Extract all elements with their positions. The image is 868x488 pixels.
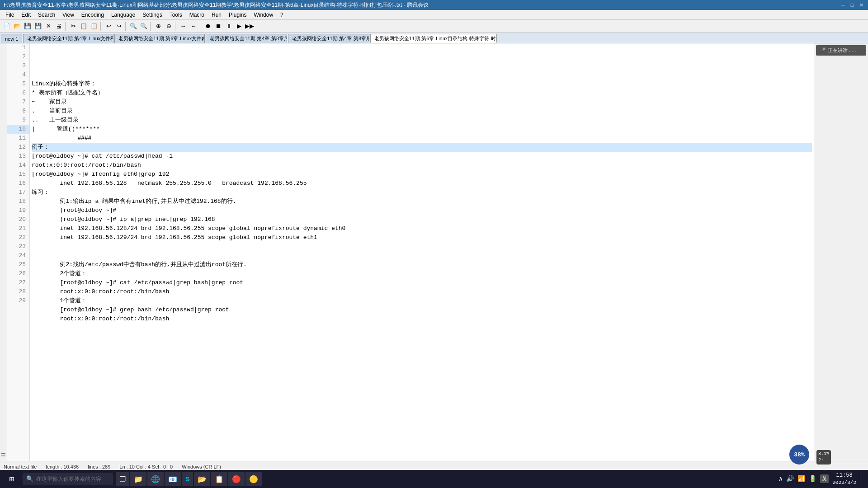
line-number-8: 8 bbox=[7, 107, 29, 116]
tb-unindent[interactable]: ← bbox=[189, 21, 198, 31]
tb-stop[interactable]: ⏹ bbox=[213, 21, 223, 31]
menu-run[interactable]: Run bbox=[208, 11, 225, 19]
tb-zoom-out[interactable]: ⊖ bbox=[164, 21, 174, 31]
input-lang-indicator[interactable]: 英 bbox=[820, 474, 829, 483]
line-number-22: 22 bbox=[7, 233, 29, 242]
tab-file1[interactable]: 老男孩网络安全11期-第4章-Linux文件和目录权知识与命令实试 txt bbox=[23, 34, 113, 43]
tab-file3[interactable]: 老男孩网络安全11期-第4章-第8章后-试题和答案策 txt bbox=[206, 34, 287, 43]
editor-area: ☰ 12345678910111213141516171819202122232… bbox=[0, 43, 868, 461]
menu-macro[interactable]: Macro bbox=[186, 11, 208, 19]
tb-save-all[interactable]: 💾 bbox=[33, 21, 43, 31]
mic-icon: 🎤 bbox=[820, 47, 826, 53]
code-line-24: 2个管道： bbox=[32, 269, 812, 278]
line-number-1: 1 bbox=[7, 43, 29, 52]
speaking-label: 正在讲话... bbox=[828, 47, 857, 54]
tb-new[interactable]: 📄 bbox=[2, 21, 12, 31]
menu-help[interactable]: ? bbox=[277, 11, 287, 19]
line-number-23: 23 bbox=[7, 242, 29, 251]
tray-icon-network[interactable]: 🔊 bbox=[786, 475, 794, 483]
tb-sep-4 bbox=[150, 22, 152, 31]
start-button[interactable]: ⊞ bbox=[2, 472, 22, 486]
taskbar-edge[interactable]: 🌐 bbox=[147, 472, 164, 486]
code-line-16: 例1:输出ip a 结果中含有inet的行,并且从中过滤192.168的行. bbox=[32, 197, 812, 206]
line-number-4: 4 bbox=[7, 70, 29, 80]
menu-window[interactable]: Window bbox=[250, 11, 277, 19]
taskbar-file-explorer[interactable]: 📁 bbox=[130, 472, 146, 486]
code-line-7: .. 上一级目录 bbox=[32, 116, 812, 125]
line-number-17: 17 bbox=[7, 188, 29, 197]
tb-zoom-in[interactable]: ⊕ bbox=[153, 21, 163, 31]
tb-redo[interactable]: ↪ bbox=[114, 21, 124, 31]
taskbar-apps: ❐ 📁 🌐 📧 S 📂 📋 🔴 🟡 bbox=[116, 472, 262, 486]
taskbar-app9[interactable]: 🟡 bbox=[245, 472, 262, 486]
tb-undo[interactable]: ↩ bbox=[104, 21, 113, 31]
tab-file4[interactable]: 老男孩网络安全11期-第4章-第8章后-试题和答案策 txt bbox=[288, 34, 369, 43]
system-clock[interactable]: 11:58 2022/3/2 bbox=[832, 472, 856, 486]
code-line-3: Linux的核心特殊字符： bbox=[32, 80, 812, 89]
show-desktop[interactable] bbox=[860, 473, 863, 485]
tb-find[interactable]: 🔍 bbox=[128, 21, 138, 31]
code-line-11: [root@oldboy ~]# cat /etc/passwd|head -1 bbox=[32, 152, 812, 161]
line-number-15: 15 bbox=[7, 170, 29, 179]
tab-new1[interactable]: new 1 bbox=[1, 34, 22, 43]
menu-settings[interactable]: Settings bbox=[139, 11, 165, 19]
line-number-12: 12 bbox=[7, 143, 29, 152]
speaking-indicator: 🎤 正在讲话... bbox=[816, 45, 866, 56]
tb-replace[interactable]: 🔍 bbox=[139, 21, 149, 31]
maximize-button[interactable]: □ bbox=[849, 2, 855, 8]
left-gutter: ☰ bbox=[0, 43, 7, 461]
menu-search[interactable]: Search bbox=[34, 11, 59, 19]
tb-indent[interactable]: → bbox=[178, 21, 188, 31]
menu-file[interactable]: File bbox=[2, 11, 18, 19]
line-number-25: 25 bbox=[7, 260, 29, 269]
menu-tools[interactable]: Tools bbox=[166, 11, 186, 19]
taskbar-app-s[interactable]: S bbox=[182, 472, 193, 486]
status-filetype: Normal text file bbox=[4, 464, 37, 469]
tb-paste[interactable]: 📋 bbox=[89, 21, 99, 31]
code-line-19: inet 192.168.56.128/24 brd 192.168.56.25… bbox=[32, 224, 812, 233]
menu-plugins[interactable]: Plugins bbox=[225, 11, 250, 19]
line-number-14: 14 bbox=[7, 161, 29, 170]
close-button[interactable]: ✕ bbox=[858, 2, 864, 8]
editor-content[interactable]: Linux的核心特殊字符：* 表示所有（匹配文件名）~ 家目录. 当前目录.. … bbox=[30, 43, 814, 461]
minimize-button[interactable]: ─ bbox=[840, 2, 846, 8]
title-text: F:\老男孩教育安全11-教学\老男孩网络安全11期-Linux和网络基础部分\… bbox=[4, 1, 840, 9]
clock-date: 2022/3/2 bbox=[832, 479, 856, 486]
taskbar-search[interactable]: 🔍 bbox=[23, 473, 113, 485]
tb-save[interactable]: 💾 bbox=[23, 21, 33, 31]
tb-open[interactable]: 📂 bbox=[12, 21, 22, 31]
line-number-19: 19 bbox=[7, 206, 29, 215]
code-line-28: [root@oldboy ~]# grep bash /etc/passwd|g… bbox=[32, 305, 812, 314]
tb-copy[interactable]: 📋 bbox=[79, 21, 89, 31]
taskbar-task-view[interactable]: ❐ bbox=[116, 472, 129, 486]
percent-badge: 38% bbox=[789, 445, 809, 465]
windows-icon: ⊞ bbox=[9, 474, 14, 484]
tab-file2[interactable]: 老男孩网络安全11期-第6章-Linux文件内容查看和剪辑 txt bbox=[114, 34, 205, 43]
taskbar-clipboard[interactable]: 📋 bbox=[211, 472, 227, 486]
search-icon: 🔍 bbox=[26, 475, 33, 483]
tb-pause[interactable]: ⏸ bbox=[224, 21, 234, 31]
menu-edit[interactable]: Edit bbox=[18, 11, 34, 19]
tb-close[interactable]: ✕ bbox=[43, 21, 53, 31]
code-line-5: ~ 家目录 bbox=[32, 98, 812, 107]
menu-encoding[interactable]: Encoding bbox=[78, 11, 108, 19]
tray-icon-chevron[interactable]: ∧ bbox=[779, 475, 783, 483]
tb-run-macro[interactable]: ▶▶ bbox=[245, 21, 255, 31]
tb-record[interactable]: ⏺ bbox=[203, 21, 213, 31]
menu-view[interactable]: View bbox=[59, 11, 78, 19]
line-number-10: 10 bbox=[7, 125, 29, 134]
tray-icon-volume[interactable]: 📶 bbox=[797, 475, 805, 483]
taskbar-chrome[interactable]: 🔴 bbox=[228, 472, 245, 486]
menu-language[interactable]: Language bbox=[108, 11, 139, 19]
line-number-29: 29 bbox=[7, 296, 29, 305]
tray-icon-battery[interactable]: 🔋 bbox=[809, 475, 816, 483]
tb-print[interactable]: 🖨 bbox=[54, 21, 64, 31]
tab-file5-active[interactable]: 老男孩网络安全11期-第6章-Linux目录结构-特殊字符-时间打包压缩- tx… bbox=[370, 34, 497, 43]
taskbar-folder[interactable]: 📂 bbox=[194, 472, 210, 486]
tab-bar: new 1 老男孩网络安全11期-第4章-Linux文件和目录权知识与命令实试 … bbox=[0, 33, 868, 43]
taskbar-mail[interactable]: 📧 bbox=[165, 472, 181, 486]
tb-cut[interactable]: ✂ bbox=[68, 21, 78, 31]
code-line-20: inet 192.168.56.129/24 brd 192.168.56.25… bbox=[32, 233, 812, 242]
tb-playback[interactable]: ▶ bbox=[234, 21, 244, 31]
taskbar-search-input[interactable] bbox=[36, 476, 108, 482]
